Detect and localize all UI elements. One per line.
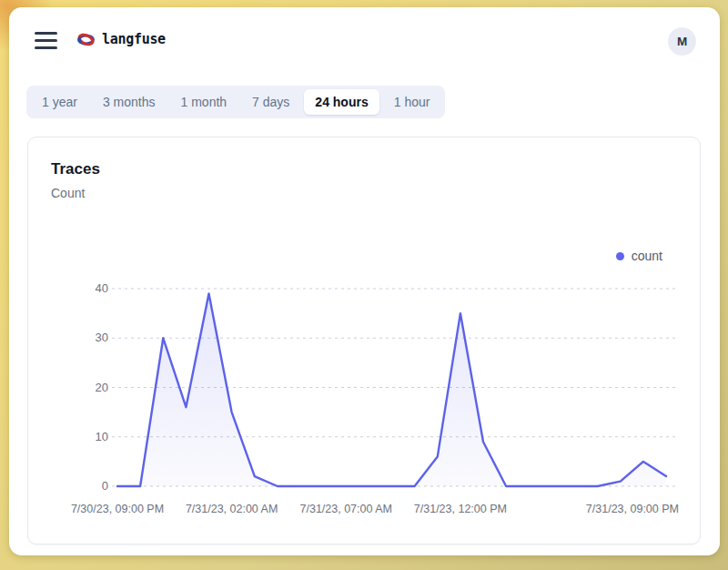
hamburger-icon: [35, 32, 57, 49]
time-range-tabs: 1 year3 months1 month7 days24 hours1 hou…: [26, 86, 445, 118]
tab-1-month[interactable]: 1 month: [170, 89, 238, 115]
user-avatar[interactable]: M: [668, 27, 696, 56]
tab-1-year[interactable]: 1 year: [31, 89, 88, 115]
tab-7-days[interactable]: 7 days: [241, 89, 300, 115]
x-tick-label-0: 7/30/23, 09:00 PM: [57, 502, 177, 516]
y-tick-label-0: 0: [65, 479, 108, 494]
y-tick-label-40: 40: [65, 281, 108, 296]
tab-24-hours[interactable]: 24 hours: [304, 89, 379, 115]
app-header: langfuse M: [9, 7, 720, 71]
traces-card: Traces Count count 0102030407/30/23, 09:…: [27, 137, 701, 545]
x-tick-label-24: 7/31/23, 09:00 PM: [559, 502, 679, 516]
y-tick-label-10: 10: [65, 430, 108, 444]
x-tick-label-5: 7/31/23, 02:00 AM: [172, 502, 292, 516]
brand-name: langfuse: [102, 31, 166, 47]
chart-canvas: [28, 137, 700, 544]
x-tick-label-10: 7/31/23, 07:00 AM: [286, 502, 406, 516]
traces-area-chart: 0102030407/30/23, 09:00 PM7/31/23, 02:00…: [28, 137, 700, 544]
y-tick-label-20: 20: [65, 381, 108, 395]
brand-logo[interactable]: langfuse: [76, 31, 166, 47]
x-tick-label-15: 7/31/23, 12:00 PM: [400, 502, 521, 516]
tab-3-months[interactable]: 3 months: [92, 89, 167, 115]
tab-1-hour[interactable]: 1 hour: [383, 89, 441, 115]
area-fill: [117, 293, 666, 486]
langfuse-knot-icon: [76, 32, 96, 47]
desktop-background: langfuse M 1 year3 months1 month7 days24…: [0, 0, 728, 570]
y-tick-label-30: 30: [65, 331, 108, 345]
app-window: langfuse M 1 year3 months1 month7 days24…: [9, 7, 720, 555]
menu-button[interactable]: [35, 32, 57, 49]
